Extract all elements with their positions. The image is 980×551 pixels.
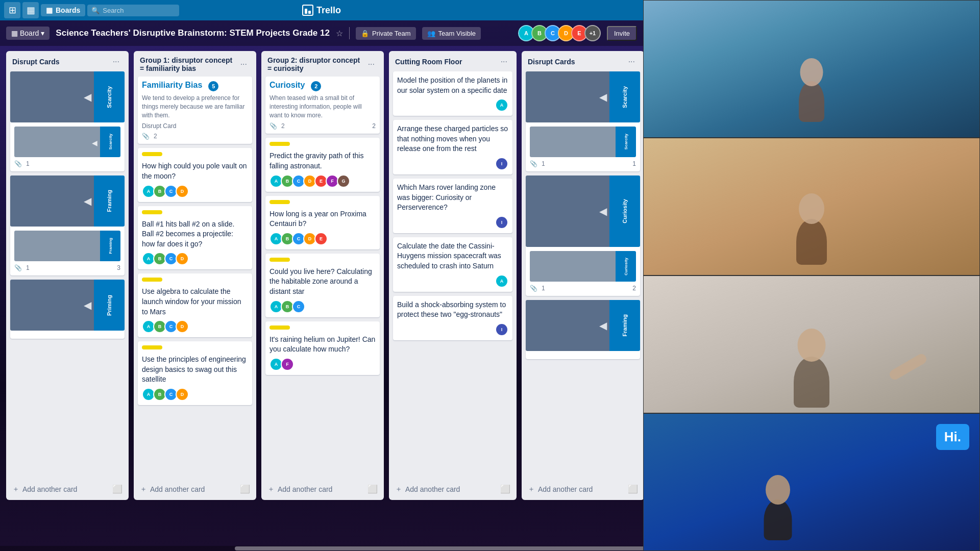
list-cards-1: Scarcity ◀ Scarcity ◀ 📎 1 (8, 71, 127, 479)
team-visible-button[interactable]: 👥 Team Visible (422, 27, 481, 40)
list-title-3: Group 2: disruptor concept = curiosity (267, 56, 365, 72)
video-tile-4[interactable]: Hi. (643, 413, 980, 551)
topbar: ⊞ ▦ ▦ Boards 🔍 Trello (0, 0, 643, 20)
plus-icon-4: ＋ (395, 485, 402, 494)
card-curiosity-title[interactable]: Curiosity 2 When teased with a small bit… (265, 77, 380, 134)
list-cards-3: Curiosity 2 When teased with a small bit… (263, 77, 382, 479)
archive-icon-5[interactable]: ⬜ (628, 484, 638, 494)
list-title-5: Disrupt Cards (528, 58, 625, 66)
list-disrupt-cards-2: Disrupt Cards ··· Scarcity ◀ Scarcity (522, 51, 643, 500)
video-tile-1[interactable] (643, 0, 980, 138)
av-cassini: A (495, 274, 508, 288)
star-icon[interactable]: ☆ (336, 29, 343, 38)
add-card-button-1[interactable]: ＋ Add another card ⬜ (8, 481, 127, 497)
card-satellite-title: Use the principles of engineering design… (142, 355, 248, 385)
archive-icon-4[interactable]: ⬜ (500, 484, 510, 494)
card-priming-1[interactable]: Priming ◀ (10, 280, 125, 339)
label-yellow-h (270, 258, 290, 262)
curiosity-title: Curiosity (270, 81, 305, 90)
video-placeholder-1 (644, 1, 979, 137)
card-habitable-title: Could you live here? Calculating the hab… (270, 267, 376, 297)
cover-text-curiosity: Curiosity (622, 199, 628, 223)
label-yellow-p (270, 200, 290, 204)
card-footer-scarcity-2: 📎 1 1 (530, 160, 636, 167)
card-pole-vault[interactable]: How high could you pole vault on the moo… (138, 148, 252, 202)
card-mars-title: Which Mars rover landing zone was bigger… (397, 183, 508, 213)
card-cover-curiosity: Curiosity ◀ (526, 176, 640, 247)
add-card-button-5[interactable]: ＋ Add another card ⬜ (524, 481, 642, 497)
video-tile-2[interactable] (643, 138, 980, 276)
add-card-button-4[interactable]: ＋ Add another card ⬜ (391, 481, 514, 497)
archive-icon-1[interactable]: ⬜ (112, 484, 122, 494)
list-header-2: Group 1: disruptor concept = familiarity… (136, 54, 254, 74)
card-mars-rover[interactable]: Which Mars rover landing zone was bigger… (393, 179, 512, 233)
card-familiarity-bias[interactable]: Familiarity Bias 5 We tend to develop a … (138, 77, 252, 144)
archive-icon-3[interactable]: ⬜ (368, 484, 378, 494)
card-curiosity-cover[interactable]: Curiosity ◀ Curiosity 📎 1 2 (526, 176, 640, 296)
board-view-button[interactable]: ▦ Board ▾ (6, 27, 50, 40)
list-menu-button-5[interactable]: ··· (625, 56, 638, 67)
home-icon[interactable]: ⊞ (4, 2, 20, 18)
card-ball-slide[interactable]: Ball #1 hits ball #2 on a slide. Ball #2… (138, 206, 252, 270)
boards-button[interactable]: ▦ Boards (41, 4, 85, 16)
avatar-overflow[interactable]: +1 (584, 25, 601, 41)
card-satellite[interactable]: Use the principles of engineering design… (138, 341, 252, 405)
familiarity-meta: 📎 2 (142, 133, 157, 140)
av-planets: A (495, 98, 508, 112)
grid-icon[interactable]: ▦ (22, 2, 39, 18)
invite-button[interactable]: Invite (607, 26, 637, 41)
list-menu-button-2[interactable]: ··· (237, 59, 250, 70)
list-menu-button-4[interactable]: ··· (498, 56, 510, 67)
play-icon-curiosity: ◀ (599, 205, 607, 217)
add-card-button-3[interactable]: ＋ Add another card ⬜ (263, 481, 382, 497)
clip-cur: 📎 (530, 285, 537, 292)
add-card-button-2[interactable]: ＋ Add another card ⬜ (136, 481, 254, 497)
familiarity-bias-title: Familiarity Bias (142, 81, 202, 90)
list-cutting-room: Cutting Room Floor ··· Model the positio… (389, 51, 517, 500)
visibility-button[interactable]: 🔒 Private Team (356, 27, 416, 40)
av-egg: I (495, 323, 508, 336)
clip-icon-3: 📎 (270, 122, 277, 130)
card-framing-2[interactable]: Framing ◀ (526, 300, 640, 359)
card-pole-vault-title: How high could you pole vault on the moo… (142, 161, 248, 181)
plus-icon-5: ＋ (528, 485, 535, 494)
list-title-4: Cutting Room Floor (395, 58, 498, 66)
familiarity-bias-subtitle: We tend to develop a preference for thin… (142, 94, 248, 119)
list-menu-button-1[interactable]: ··· (110, 56, 122, 67)
card-launch-window[interactable]: Use algebra to calculate the launch wind… (138, 273, 252, 337)
card-cassini[interactable]: Calculate the date the Cassini-Huygens m… (393, 237, 512, 292)
card-proxima[interactable]: How long is a year on Proxima Centauri b… (265, 196, 380, 249)
list-menu-button-3[interactable]: ··· (365, 59, 378, 70)
curiosity-meta: 📎 2 (270, 122, 285, 130)
label-yellow-1 (142, 152, 162, 156)
archive-icon-2[interactable]: ⬜ (240, 484, 250, 494)
trello-logo-icon (302, 5, 313, 16)
card-framing-1[interactable]: Framing ◀ Framing 📎 1 3 (10, 176, 125, 276)
card-egg-title: Build a shock-absorbing system to protec… (397, 300, 508, 320)
video-tile-3[interactable] (643, 276, 980, 413)
card-launch-title: Use algebra to calculate the launch wind… (142, 287, 248, 317)
card-charged[interactable]: Arrange these charged particles so that … (393, 120, 512, 174)
card-mini-curiosity: Curiosity (530, 251, 636, 282)
cover-text-scarcity-2: Scarcity (622, 86, 628, 108)
card-cassini-footer: A (397, 274, 508, 288)
card-scarcity-2[interactable]: Scarcity ◀ Scarcity 📎 1 1 (526, 71, 640, 171)
video-placeholder-4: Hi. (644, 414, 979, 550)
label-yellow-4 (142, 345, 162, 349)
people-icon: 👥 (427, 30, 435, 37)
search-input[interactable] (103, 7, 175, 14)
trello-logo: Trello (302, 5, 341, 16)
card-habitable[interactable]: Could you live here? Calculating the hab… (265, 254, 380, 317)
card-helium-avatars: A F (270, 358, 376, 371)
card-egg[interactable]: Build a shock-absorbing system to protec… (393, 296, 512, 340)
av-s-4: D (176, 388, 189, 401)
card-scarcity-1[interactable]: Scarcity ◀ Scarcity ◀ 📎 1 (10, 71, 125, 171)
curiosity-subtitle: When teased with a small bit of interest… (270, 94, 376, 119)
card-gravity-path[interactable]: Predict the gravity path of this falling… (265, 138, 380, 191)
card-mini-scarcity-2: Scarcity (530, 127, 636, 157)
card-planets[interactable]: Model the position of the planets in our… (393, 71, 512, 116)
card-footer-1: 📎 1 (14, 160, 120, 167)
board-canvas: Disrupt Cards ··· Scarcity ◀ Scarcity (0, 46, 643, 551)
search-bar[interactable]: 🔍 (87, 5, 179, 16)
card-helium[interactable]: It's raining helium on Jupiter! Can you … (265, 321, 380, 375)
